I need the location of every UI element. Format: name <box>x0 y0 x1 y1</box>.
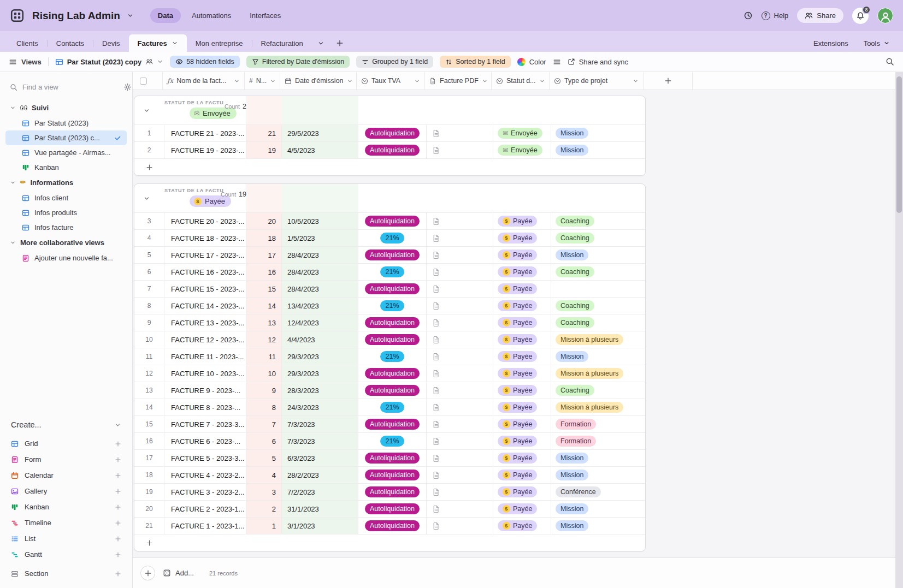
table-row[interactable]: 12FACTURE 10 - 2023-...1029/3/2023Autoli… <box>134 365 645 382</box>
app-icon[interactable] <box>10 8 25 23</box>
cell-status[interactable]: $Payée <box>493 264 551 280</box>
cell-status[interactable]: $Payée <box>493 416 551 432</box>
cell-date[interactable]: 7/2/2023 <box>282 484 358 500</box>
cell-tva[interactable]: Autoliquidation <box>358 247 427 263</box>
cell-pdf[interactable] <box>427 142 493 158</box>
cell-name[interactable]: FACTURE 19 - 2023-... <box>164 142 246 158</box>
cell-tva[interactable]: Autoliquidation <box>358 484 427 500</box>
avatar[interactable] <box>877 8 893 23</box>
cell-project-type[interactable]: Coaching <box>551 298 645 314</box>
cell-status[interactable]: $Payée <box>493 348 551 365</box>
cell-pdf[interactable] <box>427 264 493 280</box>
cell-project-type[interactable]: Coaching <box>551 264 645 280</box>
cell-invoice-number[interactable]: 12 <box>246 331 282 348</box>
create-calendar[interactable]: Calendar <box>10 467 122 483</box>
cell-pdf[interactable] <box>427 433 493 449</box>
cell-project-type[interactable]: Coaching <box>551 314 645 331</box>
topnav-interfaces[interactable]: Interfaces <box>242 8 288 23</box>
cell-tva[interactable]: Autoliquidation <box>358 142 427 158</box>
cell-name[interactable]: FACTURE 21 - 2023-... <box>164 125 246 141</box>
cell-invoice-number[interactable]: 5 <box>246 450 282 466</box>
cell-status[interactable]: ✉Envoyée <box>493 142 551 158</box>
plus-icon[interactable] <box>115 551 121 558</box>
sidebar-view-infos-client[interactable]: Infos client <box>5 191 127 205</box>
topnav-automations[interactable]: Automations <box>184 8 239 23</box>
column-header-taux-tva[interactable]: Taux TVA <box>357 72 425 90</box>
gear-icon[interactable] <box>123 83 132 91</box>
table-row[interactable]: 7FACTURE 15 - 2023-...1528/4/2023Autoliq… <box>134 280 645 297</box>
plus-icon[interactable] <box>115 571 121 577</box>
group-collapse-button[interactable] <box>134 184 164 212</box>
cell-tva[interactable]: Autoliquidation <box>358 125 427 141</box>
cell-name[interactable]: FACTURE 10 - 2023-... <box>164 365 246 382</box>
cell-date[interactable]: 31/1/2023 <box>282 501 358 517</box>
cell-project-type[interactable]: Formation <box>551 433 645 449</box>
cell-date[interactable]: 4/4/2023 <box>282 331 358 348</box>
cell-name[interactable]: FACTURE 17 - 2023-... <box>164 247 246 263</box>
create-kanban[interactable]: Kanban <box>10 499 122 515</box>
table-row[interactable]: 15FACTURE 7 - 2023-3...77/3/2023Autoliqu… <box>134 415 645 432</box>
chevron-down-icon[interactable] <box>482 78 488 84</box>
cell-date[interactable]: 10/5/2023 <box>282 213 358 229</box>
cell-status[interactable]: ✉Envoyée <box>493 125 551 141</box>
app-title-chevron-icon[interactable] <box>127 12 134 19</box>
cell-invoice-number[interactable]: 2 <box>246 501 282 517</box>
help-button[interactable]: ? Help <box>762 11 789 20</box>
cell-date[interactable]: 1/5/2023 <box>282 230 358 246</box>
extensions-button[interactable]: Extensions <box>813 39 848 47</box>
create-header[interactable]: Create... <box>10 415 122 436</box>
cell-invoice-number[interactable]: 11 <box>246 348 282 365</box>
cell-pdf[interactable] <box>427 230 493 246</box>
cell-pdf[interactable] <box>427 348 493 365</box>
cell-status[interactable]: $Payée <box>493 230 551 246</box>
cell-pdf[interactable] <box>427 281 493 297</box>
tab-contacts[interactable]: Contacts <box>48 34 93 52</box>
cell-date[interactable]: 6/3/2023 <box>282 450 358 466</box>
select-all-checkbox[interactable] <box>140 78 147 85</box>
cell-pdf[interactable] <box>427 467 493 483</box>
tab-mon-entreprise[interactable]: Mon entreprise <box>187 34 252 52</box>
table-list-chevron-icon[interactable] <box>312 34 330 52</box>
cell-name[interactable]: FACTURE 1 - 2023-1... <box>164 518 246 534</box>
cell-invoice-number[interactable]: 3 <box>246 484 282 500</box>
create-gantt[interactable]: Gantt <box>10 547 122 562</box>
cell-tva[interactable]: Autoliquidation <box>358 467 427 483</box>
cell-name[interactable]: FACTURE 12 - 2023-... <box>164 331 246 348</box>
cell-date[interactable]: 28/4/2023 <box>282 281 358 297</box>
cell-invoice-number[interactable]: 14 <box>246 298 282 314</box>
scrollbar-thumb[interactable] <box>896 76 902 213</box>
cell-date[interactable]: 28/4/2023 <box>282 264 358 280</box>
cell-project-type[interactable]: Mission <box>551 142 645 158</box>
create-timeline[interactable]: Timeline <box>10 515 122 531</box>
cell-name[interactable]: FACTURE 16 - 2023-... <box>164 264 246 280</box>
cell-name[interactable]: FACTURE 9 - 2023-... <box>164 382 246 399</box>
cell-pdf[interactable] <box>427 399 493 415</box>
cell-project-type[interactable]: Mission <box>551 518 645 534</box>
plus-icon[interactable] <box>115 472 121 479</box>
cell-name[interactable]: FACTURE 4 - 2023-2... <box>164 467 246 483</box>
cell-project-type[interactable]: Mission <box>551 125 645 141</box>
cell-status[interactable]: $Payée <box>493 281 551 297</box>
table-row[interactable]: 9FACTURE 13 - 2023-...1312/4/2023Autoliq… <box>134 314 645 331</box>
sidebar-view-infos-produits[interactable]: Infos produits <box>5 205 127 220</box>
plus-icon[interactable] <box>115 456 121 463</box>
sidebar-view-par-statut-2023-c-[interactable]: Par Statut (2023) c... <box>5 130 127 145</box>
cell-project-type[interactable]: Mission à plusieurs <box>551 365 645 382</box>
cell-date[interactable]: 28/3/2023 <box>282 382 358 399</box>
cell-status[interactable]: $Payée <box>493 399 551 415</box>
color-button[interactable]: Color <box>517 58 546 66</box>
cell-invoice-number[interactable]: 7 <box>246 416 282 432</box>
chevron-down-icon[interactable] <box>539 78 545 84</box>
create-section[interactable]: Section <box>10 566 122 581</box>
cell-invoice-number[interactable]: 20 <box>246 213 282 229</box>
cell-tva[interactable]: 21% <box>358 298 427 314</box>
cell-date[interactable]: 7/3/2023 <box>282 416 358 432</box>
cell-name[interactable]: FACTURE 7 - 2023-3... <box>164 416 246 432</box>
view-section-informations[interactable]: ✏Informations <box>5 175 127 191</box>
sidebar-view-ajouter-une-nouvelle-fa-[interactable]: Ajouter une nouvelle fa... <box>5 251 127 265</box>
cell-pdf[interactable] <box>427 298 493 314</box>
view-section-more-collaborative-views[interactable]: More collaborative views <box>5 235 127 251</box>
cell-project-type[interactable]: Mission à plusieurs <box>551 331 645 348</box>
search-button[interactable] <box>886 57 894 66</box>
cell-pdf[interactable] <box>427 365 493 382</box>
